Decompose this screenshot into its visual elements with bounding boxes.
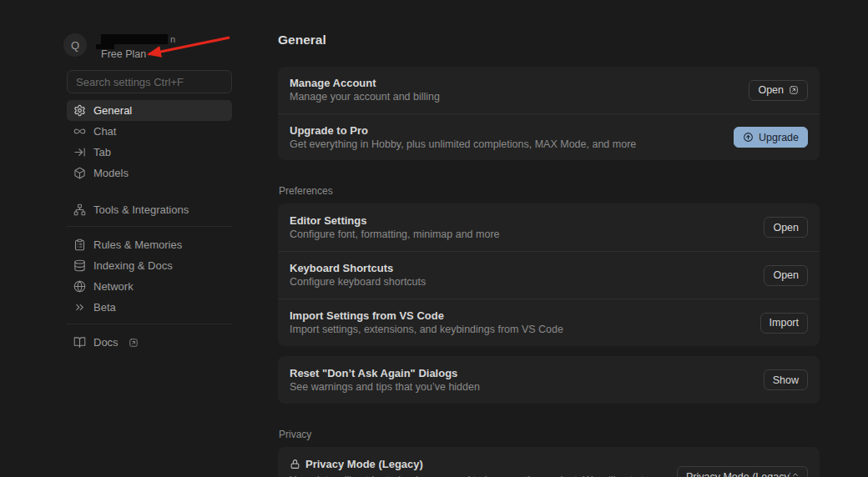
sidebar-item-beta[interactable]: Beta <box>67 297 232 318</box>
button-label: Open <box>758 84 784 96</box>
row-title: Upgrade to Pro <box>290 123 636 138</box>
row-title: Import Settings from VS Code <box>290 309 563 323</box>
account-summary: Q n Free Plan <box>63 33 184 60</box>
editor-settings-row: Editor Settings Configure font, formatti… <box>278 203 820 251</box>
username-fragment: n <box>170 34 175 44</box>
reset-dialogs-row: Reset "Don’t Ask Again" Dialogs See warn… <box>278 356 820 404</box>
sidebar-item-models[interactable]: Models <box>67 163 232 183</box>
arrow-to-bar-icon <box>73 146 86 158</box>
sidebar-item-label: Models <box>93 167 129 179</box>
username-redacted: n <box>101 34 184 45</box>
button-label: Upgrade <box>759 132 799 143</box>
sidebar-item-label: Chat <box>93 125 116 138</box>
external-link-icon <box>789 85 799 95</box>
section-label-privacy: Privacy <box>279 429 311 440</box>
row-title: Keyboard Shortcuts <box>290 261 426 275</box>
infinity-icon <box>73 125 86 138</box>
editor-settings-open-button[interactable]: Open <box>764 217 808 238</box>
upgrade-button[interactable]: Upgrade <box>734 127 808 148</box>
import-button[interactable]: Import <box>760 313 808 334</box>
avatar: Q <box>63 33 87 57</box>
row-description: Manage your account and billing <box>290 90 440 104</box>
gear-icon <box>73 104 86 117</box>
account-card: Manage Account Manage your account and b… <box>278 67 820 160</box>
sidebar-item-rules-memories[interactable]: Rules & Memories <box>67 234 232 255</box>
sidebar-item-indexing-docs[interactable]: Indexing & Docs <box>67 255 232 276</box>
row-description: Configure keyboard shortcuts <box>290 275 426 289</box>
show-button[interactable]: Show <box>764 369 808 390</box>
sidebar-item-label: Tools & Integrations <box>93 203 189 216</box>
privacy-mode-select[interactable]: Privacy Mode (Legacy) <box>677 466 808 477</box>
row-description: Configure font, formatting, minimap and … <box>290 228 500 242</box>
row-description: See warnings and tips that you’ve hidden <box>290 380 480 394</box>
section-label-preferences: Preferences <box>279 185 333 197</box>
external-link-icon <box>129 338 139 348</box>
keyboard-shortcuts-open-button[interactable]: Open <box>764 265 808 286</box>
clipboard-icon <box>73 238 86 251</box>
redaction-bar <box>101 34 168 44</box>
search-input[interactable] <box>67 70 232 93</box>
button-label: Open <box>773 269 799 281</box>
book-icon <box>73 336 86 349</box>
row-description: Your data will not be trained on or used… <box>290 474 699 477</box>
sidebar-item-label: Indexing & Docs <box>93 259 173 272</box>
button-label: Open <box>773 222 799 233</box>
sidebar-item-chat[interactable]: Chat <box>67 121 232 142</box>
settings-nav: General Chat Tab Models Tools & Integrat… <box>67 100 232 353</box>
chevrons-up-down-icon <box>790 472 800 477</box>
sidebar-item-docs[interactable]: Docs <box>67 332 232 353</box>
globe-icon <box>73 280 86 293</box>
cursor-settings-window: Q n Free Plan General Chat <box>0 0 868 477</box>
chevrons-right-icon <box>73 301 86 314</box>
button-label: Import <box>770 317 799 329</box>
sidebar-item-label: Tab <box>93 146 111 158</box>
redaction-bar-small <box>96 44 114 49</box>
plan-label: Free Plan <box>101 48 184 60</box>
page-title: General <box>278 33 326 48</box>
row-description: Import settings, extensions, and keybind… <box>290 323 563 337</box>
preferences-card: Editor Settings Configure font, formatti… <box>278 203 820 346</box>
sidebar-separator <box>67 226 232 227</box>
upgrade-row: Upgrade to Pro Get everything in Hobby, … <box>278 113 820 160</box>
privacy-card: Privacy Mode (Legacy) Your data will not… <box>278 447 820 477</box>
manage-account-row: Manage Account Manage your account and b… <box>278 67 820 113</box>
select-value: Privacy Mode (Legacy) <box>686 471 790 477</box>
lock-icon <box>290 459 300 469</box>
sidebar-item-label: General <box>93 104 132 117</box>
sidebar-item-label: Beta <box>93 301 116 314</box>
keyboard-shortcuts-row: Keyboard Shortcuts Configure keyboard sh… <box>278 251 820 299</box>
circle-up-arrow-icon <box>743 132 754 143</box>
row-title: Editor Settings <box>290 213 500 228</box>
sidebar-item-general[interactable]: General <box>67 100 232 121</box>
sidebar-separator <box>67 324 232 324</box>
cube-icon <box>73 167 86 179</box>
sidebar-item-label: Docs <box>93 336 119 349</box>
row-description: Get everything in Hobby, plus unlimited … <box>290 138 636 152</box>
button-label: Show <box>773 374 799 386</box>
sidebar-item-network[interactable]: Network <box>67 276 232 297</box>
database-icon <box>73 259 86 272</box>
sidebar-item-tools-integrations[interactable]: Tools & Integrations <box>67 199 232 220</box>
manage-account-open-button[interactable]: Open <box>749 80 808 101</box>
sidebar-item-label: Network <box>93 280 134 293</box>
import-vscode-row: Import Settings from VS Code Import sett… <box>278 299 820 346</box>
row-title: Manage Account <box>290 76 440 90</box>
network-nodes-icon <box>73 203 86 216</box>
row-title: Privacy Mode (Legacy) <box>305 458 423 470</box>
sidebar-item-tab[interactable]: Tab <box>67 142 232 163</box>
sidebar-item-label: Rules & Memories <box>93 238 182 251</box>
row-title: Reset "Don’t Ask Again" Dialogs <box>290 366 480 380</box>
reset-dialogs-card: Reset "Don’t Ask Again" Dialogs See warn… <box>278 356 820 404</box>
